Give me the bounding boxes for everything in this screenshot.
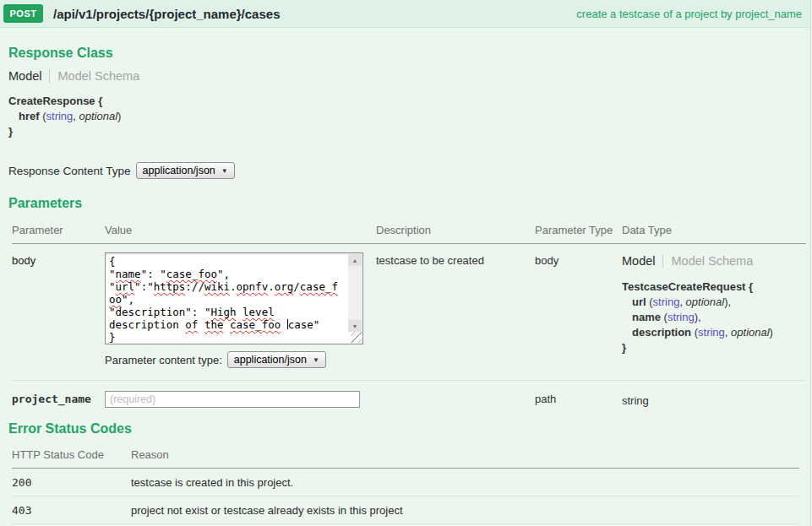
column-header-value: Value <box>105 218 376 244</box>
error-row: 403project not exist or testcase already… <box>12 496 799 524</box>
scroll-down-icon[interactable]: ▼ <box>348 320 362 332</box>
parameters-table: Parameter Value Description Parameter Ty… <box>12 218 806 408</box>
response-model-signature: CreateResponse {href (string, optional)} <box>8 94 810 139</box>
tab-model-schema[interactable]: Model Schema <box>662 254 754 268</box>
chevron-down-icon: ▼ <box>221 167 228 175</box>
tab-model[interactable]: Model <box>622 254 656 268</box>
http-method-badge: POST <box>3 4 43 23</box>
error-table-header-row: HTTP Status Code Reason <box>12 442 799 469</box>
column-header-reason: Reason <box>131 442 799 469</box>
project-param-type: path <box>535 393 556 405</box>
editor-scrollbar[interactable]: ▲ ▼ <box>348 254 362 332</box>
parameter-content-type-label: Parameter content type: <box>105 354 222 366</box>
parameter-content-type-row: Parameter content type: application/json… <box>105 351 376 368</box>
body-value-textarea[interactable]: {"name": "case_foo","url":"https://wiki.… <box>105 252 363 344</box>
request-model-tabs: ModelModel Schema <box>622 254 806 268</box>
param-row-body: body {"name": "case_foo","url":"https://… <box>12 244 806 381</box>
column-header-description: Description <box>376 218 535 244</box>
response-content-type-label: Response Content Type <box>8 165 131 177</box>
column-header-http-status-code: HTTP Status Code <box>12 442 131 469</box>
body-param-name: body <box>12 254 35 267</box>
endpoint-path-link[interactable]: /api/v1/projects/{project_name}/cases <box>53 7 280 21</box>
body-description: testcase to be created <box>376 254 484 267</box>
project-name-input[interactable] <box>105 391 360 408</box>
column-header-parameter: Parameter <box>12 218 105 244</box>
response-model-tabs: ModelModel Schema <box>8 69 810 83</box>
error-table-body: 200testcase is created in this project.4… <box>12 469 799 526</box>
response-content-type-row: Response Content Type application/json ▼ <box>8 162 810 179</box>
parameters-heading: Parameters <box>8 196 810 211</box>
resize-grip-icon[interactable] <box>351 332 362 343</box>
project-param-name: project_name <box>12 393 91 405</box>
error-status-codes-heading: Error Status Codes <box>8 421 810 437</box>
endpoint-summary-link[interactable]: create a testcase of a project by projec… <box>576 8 802 20</box>
operation-panel: POST /api/v1/projects/{project_name}/cas… <box>0 0 811 526</box>
error-status-table: HTTP Status Code Reason 200testcase is c… <box>12 442 799 526</box>
reason-cell: testcase is created in this project. <box>131 469 799 496</box>
error-row: 200testcase is created in this project. <box>12 469 799 496</box>
tab-model-schema[interactable]: Model Schema <box>49 69 140 83</box>
reason-cell: project not exist or testcase already ex… <box>131 496 799 524</box>
chevron-down-icon: ▼ <box>313 356 319 364</box>
column-header-parameter-type: Parameter Type <box>535 218 622 244</box>
response-class-heading: Response Class <box>8 28 810 61</box>
operation-heading-bar: POST /api/v1/projects/{project_name}/cas… <box>0 0 810 28</box>
parameters-header-row: Parameter Value Description Parameter Ty… <box>12 218 806 244</box>
body-param-type: body <box>535 254 559 267</box>
request-model-signature: TestcaseCreateRequest {url (string, opti… <box>622 279 806 355</box>
status-code-cell: 200 <box>12 469 131 496</box>
response-content-type-select[interactable]: application/json ▼ <box>136 162 235 179</box>
column-header-data-type: Data Type <box>622 218 806 244</box>
status-code-cell: 403 <box>12 496 131 524</box>
body-json-content[interactable]: {"name": "case_foo","url":"https://wiki.… <box>106 254 347 343</box>
scroll-up-icon[interactable]: ▲ <box>348 254 362 266</box>
parameter-content-type-select[interactable]: application/json ▼ <box>227 351 326 368</box>
tab-model[interactable]: Model <box>8 69 42 83</box>
project-data-type: string <box>622 394 649 407</box>
param-row-project-name: project_name path string <box>12 381 806 409</box>
